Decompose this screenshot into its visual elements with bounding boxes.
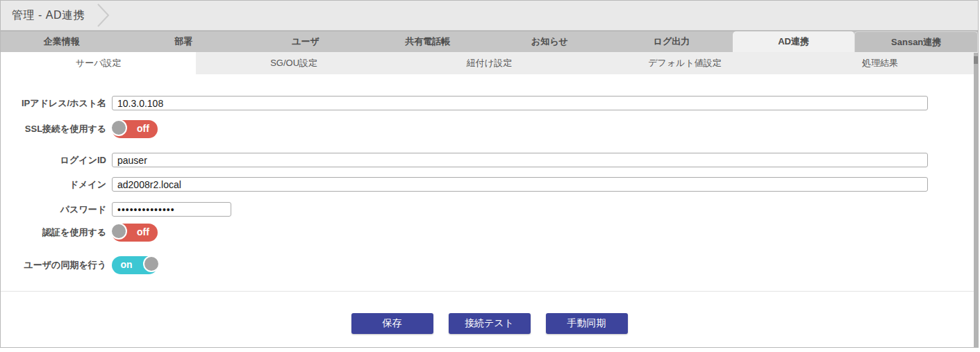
tab-company-info[interactable]: 企業情報 [1,31,123,52]
section-divider [1,291,978,292]
page-title: 管理 - AD連携 [12,8,85,23]
field-row-login-id: ログインID [1,153,978,167]
password-input[interactable] [112,202,231,217]
action-button-bar: 保存 接続テスト 手動同期 [1,313,978,334]
breadcrumb: 管理 - AD連携 [1,1,978,31]
password-label: パスワード [1,203,112,216]
subtab-processing-result[interactable]: 処理結果 [783,52,978,74]
auth-toggle-state: off [128,224,158,241]
ssl-toggle-label: SSL接続を使用する [1,123,112,135]
ip-host-input[interactable] [112,96,928,110]
field-row-auth: 認証を使用する off [1,224,978,242]
login-id-label: ログインID [1,154,112,167]
tab-user[interactable]: ユーザ [244,31,367,52]
server-settings-form: IPアドレス/ホスト名 SSL接続を使用する off ログインID ドメイン パ… [1,74,978,274]
field-row-password: パスワード [1,202,978,217]
tab-ad-integration[interactable]: AD連携 [733,31,855,52]
user-sync-toggle-state: on [112,256,141,274]
user-sync-toggle-label: ユーザの同期を行う [1,259,112,271]
save-button[interactable]: 保存 [351,313,433,334]
ssl-toggle-state: off [128,120,158,137]
field-row-domain: ドメイン [1,177,978,192]
manual-sync-button[interactable]: 手動同期 [546,313,628,334]
main-tabbar: 企業情報 部署 ユーザ 共有電話帳 お知らせ ログ出力 AD連携 Sansan連… [1,31,978,52]
tab-sansan-integration[interactable]: Sansan連携 [854,31,978,52]
toggle-knob-icon [110,119,127,136]
ssl-toggle[interactable]: off [112,120,158,138]
login-id-input[interactable] [112,153,928,167]
sub-tabbar: サーバ設定 SG/OU設定 紐付け設定 デフォルト値設定 処理結果 [1,52,978,74]
admin-page: 管理 - AD連携 企業情報 部署 ユーザ 共有電話帳 お知らせ ログ出力 AD… [0,0,979,348]
field-row-user-sync: ユーザの同期を行う on [1,256,978,274]
scrollbar-thumb[interactable] [974,56,978,64]
chevron-right-icon [97,3,110,28]
auth-toggle[interactable]: off [112,224,158,242]
user-sync-toggle[interactable]: on [112,256,158,274]
toggle-knob-icon [143,255,160,272]
subtab-server-settings[interactable]: サーバ設定 [1,52,196,74]
tab-notice[interactable]: お知らせ [489,31,611,52]
domain-input[interactable] [112,177,928,192]
subtab-mapping-settings[interactable]: 紐付け設定 [392,52,587,74]
vertical-scrollbar[interactable] [974,53,978,347]
field-row-ip-host: IPアドレス/ホスト名 [1,96,978,110]
auth-toggle-label: 認証を使用する [1,226,112,239]
subtab-sg-ou-settings[interactable]: SG/OU設定 [196,52,391,74]
subtab-default-value-settings[interactable]: デフォルト値設定 [587,52,782,74]
tab-department[interactable]: 部署 [123,31,245,52]
tab-shared-phonebook[interactable]: 共有電話帳 [367,31,489,52]
ip-host-label: IPアドレス/ホスト名 [1,97,112,110]
field-row-ssl: SSL接続を使用する off [1,120,978,138]
tab-log-output[interactable]: ログ出力 [611,31,733,52]
domain-label: ドメイン [1,178,112,191]
toggle-knob-icon [110,223,127,240]
connection-test-button[interactable]: 接続テスト [449,313,531,334]
